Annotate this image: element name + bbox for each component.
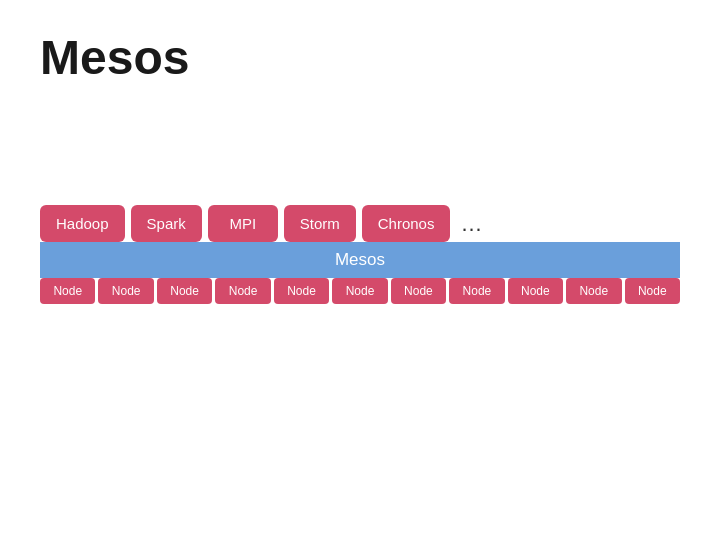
ellipsis-label: …	[460, 211, 482, 237]
node-10: Node	[566, 278, 621, 304]
node-2: Node	[98, 278, 153, 304]
architecture-diagram: Hadoop Spark MPI Storm Chronos … Mesos N…	[40, 205, 680, 304]
node-11: Node	[625, 278, 680, 304]
framework-chronos: Chronos	[362, 205, 451, 242]
node-7: Node	[391, 278, 446, 304]
node-3: Node	[157, 278, 212, 304]
page-title: Mesos	[40, 30, 680, 85]
framework-spark: Spark	[131, 205, 202, 242]
node-5: Node	[274, 278, 329, 304]
node-1: Node	[40, 278, 95, 304]
node-9: Node	[508, 278, 563, 304]
framework-mpi: MPI	[208, 205, 278, 242]
node-8: Node	[449, 278, 504, 304]
framework-hadoop: Hadoop	[40, 205, 125, 242]
node-4: Node	[215, 278, 270, 304]
node-6: Node	[332, 278, 387, 304]
framework-storm: Storm	[284, 205, 356, 242]
mesos-bar: Mesos	[40, 242, 680, 278]
page-container: Mesos Hadoop Spark MPI Storm Chronos … M…	[0, 0, 720, 540]
frameworks-row: Hadoop Spark MPI Storm Chronos …	[40, 205, 680, 242]
nodes-row: Node Node Node Node Node Node Node Node …	[40, 278, 680, 304]
